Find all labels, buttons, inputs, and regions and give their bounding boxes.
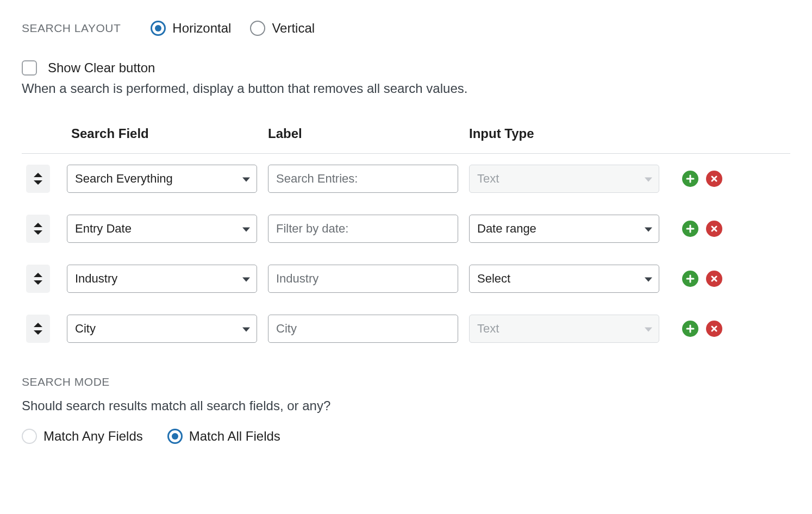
search-layout-heading: SEARCH LAYOUT [22, 22, 121, 35]
search-mode-help: Should search results match all search f… [22, 398, 790, 413]
radio-icon [250, 21, 265, 36]
search-mode-heading: SEARCH MODE [22, 375, 790, 388]
input-value: Industry [276, 272, 318, 286]
show-clear-checkbox[interactable] [22, 60, 37, 76]
radio-icon [167, 429, 183, 444]
mode-radio-group: Match Any Fields Match All Fields [22, 429, 790, 444]
search-fields-table: Search Field Label Input Type Search Eve… [22, 126, 790, 354]
select-value: Text [477, 172, 499, 186]
radio-label: Horizontal [172, 21, 231, 36]
add-row-button[interactable] [682, 271, 698, 287]
input-value: Filter by date: [276, 222, 348, 236]
row-actions [670, 221, 786, 237]
layout-radio-group: Horizontal Vertical [151, 21, 315, 36]
select-value: Text [477, 322, 499, 336]
table-row: Industry Industry Select [22, 254, 790, 304]
chevron-down-icon [645, 178, 652, 182]
select-value: Date range [477, 222, 536, 236]
drag-handle[interactable] [26, 165, 50, 193]
chevron-down-icon [645, 278, 652, 282]
search-field-select[interactable]: Entry Date [67, 215, 257, 243]
drag-handle[interactable] [26, 215, 50, 243]
table-row: Search Everything Search Entries: Text [22, 154, 790, 204]
layout-radio-horizontal[interactable]: Horizontal [151, 21, 231, 36]
chevron-down-icon [242, 278, 250, 282]
chevron-down-icon [645, 228, 652, 232]
radio-label: Vertical [272, 21, 315, 36]
label-input[interactable]: Industry [268, 265, 458, 293]
mode-radio-all[interactable]: Match All Fields [167, 429, 280, 444]
sort-icon [34, 273, 42, 285]
search-mode-section: SEARCH MODE Should search results match … [22, 375, 790, 444]
drag-handle[interactable] [26, 265, 50, 293]
show-clear-row: Show Clear button [22, 60, 790, 76]
table-row: City City Text [22, 304, 790, 354]
chevron-down-icon [645, 328, 652, 332]
remove-row-button[interactable] [706, 221, 722, 237]
drag-handle[interactable] [26, 315, 50, 343]
row-actions [670, 271, 786, 287]
sort-icon [34, 173, 42, 185]
table-row: Entry Date Filter by date: Date range [22, 204, 790, 254]
radio-label: Match Any Fields [43, 429, 143, 444]
remove-row-button[interactable] [706, 171, 722, 187]
search-layout-row: SEARCH LAYOUT Horizontal Vertical [22, 21, 790, 36]
col-header-type: Input Type [465, 126, 666, 154]
add-row-button[interactable] [682, 221, 698, 237]
input-type-select: Text [469, 165, 659, 193]
col-header-label: Label [264, 126, 465, 154]
label-input[interactable]: Filter by date: [268, 215, 458, 243]
select-value: City [75, 322, 96, 336]
radio-icon [22, 429, 37, 444]
select-value: Select [477, 272, 510, 286]
remove-row-button[interactable] [706, 271, 722, 287]
chevron-down-icon [242, 178, 250, 182]
show-clear-label: Show Clear button [48, 60, 155, 76]
search-field-select[interactable]: City [67, 315, 257, 343]
sort-icon [34, 223, 42, 235]
add-row-button[interactable] [682, 321, 698, 337]
input-type-select[interactable]: Select [469, 265, 659, 293]
col-header-field: Search Field [63, 126, 264, 154]
search-field-select[interactable]: Search Everything [67, 165, 257, 193]
row-actions [670, 321, 786, 337]
sort-icon [34, 323, 42, 335]
row-actions [670, 171, 786, 187]
show-clear-help: When a search is performed, display a bu… [22, 81, 790, 96]
add-row-button[interactable] [682, 171, 698, 187]
input-value: Search Entries: [276, 172, 358, 186]
remove-row-button[interactable] [706, 321, 722, 337]
select-value: Entry Date [75, 222, 132, 236]
mode-radio-any[interactable]: Match Any Fields [22, 429, 143, 444]
search-field-select[interactable]: Industry [67, 265, 257, 293]
input-type-select[interactable]: Date range [469, 215, 659, 243]
radio-label: Match All Fields [189, 429, 280, 444]
label-input[interactable]: Search Entries: [268, 165, 458, 193]
select-value: Search Everything [75, 172, 173, 186]
select-value: Industry [75, 272, 117, 286]
layout-radio-vertical[interactable]: Vertical [250, 21, 315, 36]
chevron-down-icon [242, 228, 250, 232]
input-value: City [276, 322, 297, 336]
chevron-down-icon [242, 328, 250, 332]
label-input[interactable]: City [268, 315, 458, 343]
radio-icon [151, 21, 166, 36]
input-type-select: Text [469, 315, 659, 343]
